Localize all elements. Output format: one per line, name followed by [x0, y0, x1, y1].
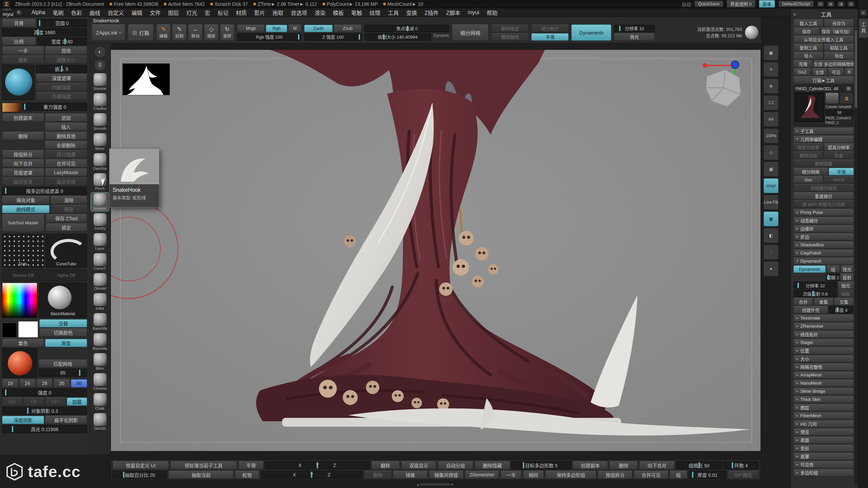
active-material-sphere[interactable] — [2, 348, 37, 378]
solo-icon[interactable]: ● — [764, 261, 778, 276]
section-HD 几何[interactable]: HD 几何 — [793, 420, 854, 427]
quick-pick-stroke-icon[interactable]: S — [94, 59, 106, 71]
bottom-scroll-widget[interactable]: ▴ ▾ — [417, 483, 453, 486]
brush-item[interactable]: Chrome — [91, 372, 109, 391]
scale-button[interactable]: ◇缩放 — [204, 24, 218, 41]
btn-克隆[interactable]: 克隆 — [793, 60, 813, 67]
section-ZRemesher[interactable]: ZRemesher — [793, 322, 854, 330]
btn-导出[interactable]: 导出 — [824, 52, 854, 59]
gravity-gradient-thumbnail[interactable] — [2, 103, 21, 112]
btn-拆分隐藏[interactable]: 拆分隐藏 — [45, 150, 87, 158]
curvetube-brush-thumbnail[interactable]: CurveTube — [45, 234, 87, 268]
brush-item[interactable]: TrimDy — [91, 212, 109, 231]
brush-item[interactable]: Inflat — [91, 292, 109, 311]
btn-插入[interactable]: 插入 — [45, 123, 87, 131]
slider-目标多边形数 5[interactable]: 目标多边形数 5 — [511, 461, 571, 469]
btn-24[interactable]: 24 — [19, 379, 36, 387]
menu-item[interactable]: myui — [464, 8, 483, 17]
btn-删除隐藏[interactable]: 删除隐藏 — [475, 461, 510, 469]
btn-扁平化阴影[interactable]: 扁平化阴影 — [45, 416, 87, 424]
brush-item[interactable]: Move — [91, 133, 109, 151]
btn-载入工具[interactable]: 载入工具 — [793, 19, 823, 27]
slider-分辨率 32[interactable]: 分辨率 32 — [793, 282, 837, 289]
zoom-icon[interactable]: ⊕ — [764, 79, 778, 94]
section-表面[interactable]: 表面 — [793, 436, 854, 444]
brush-item[interactable]: CurveT — [91, 252, 109, 271]
rgb-button[interactable]: Rgb — [266, 25, 287, 32]
btn-双面显示[interactable]: 双面显示 — [401, 461, 437, 469]
color-picker-gradient[interactable] — [2, 283, 37, 318]
btn-可见[interactable]: 可见 — [828, 68, 844, 76]
tool-thumb-cylinder[interactable] — [825, 93, 839, 104]
brush-snakehook[interactable]: SnakeH — [91, 192, 109, 211]
refresh-ui-icon[interactable]: ↻ — [16, 10, 22, 15]
section-图层[interactable]: 图层 — [793, 404, 854, 411]
btn-向下合并[interactable]: 向下合并 — [2, 159, 44, 167]
menu-item[interactable]: 模板 — [329, 8, 348, 17]
btn-差集[interactable]: 差集 — [814, 298, 833, 305]
btn-预处理当前子工具[interactable]: 预处理当前子工具 — [170, 461, 237, 469]
default-zscript-button[interactable]: DefaultZScript — [778, 1, 814, 7]
btn-删除[interactable]: 删除 — [364, 471, 392, 479]
section-Tessimate[interactable]: Tessimate — [793, 314, 854, 322]
brush-item[interactable]: BasicMa — [91, 332, 109, 351]
btn-渐变[interactable]: 渐变 — [45, 339, 87, 347]
btn-18[interactable]: 18 — [2, 379, 18, 387]
btn-深度阴影[interactable]: 深度阴影 — [2, 416, 44, 424]
menu-item[interactable]: 变换 — [402, 8, 421, 17]
ghost-icon[interactable]: ◌ — [764, 245, 778, 260]
section-边缘环[interactable]: 边缘环 — [793, 225, 854, 232]
edit-button[interactable]: ✎编辑 — [156, 24, 171, 41]
btn-生成 多边形网格物体[interactable]: 生成 多边形网格物体 — [813, 60, 854, 67]
section-大小[interactable]: 大小 — [793, 355, 854, 362]
btn-加载[interactable]: 加载 — [67, 398, 87, 406]
line-fill-icon[interactable]: Line Fill — [764, 195, 778, 210]
btn-交替[interactable]: 交替 — [39, 319, 87, 327]
btn-删除[interactable]: 删除 — [2, 132, 44, 140]
btn-保持多边形组[interactable]: 保持多边形组 — [545, 471, 597, 479]
menu-item[interactable]: 材质 — [232, 8, 251, 17]
btn-+1-[interactable]: +1- — [24, 398, 44, 406]
btn-35[interactable]: 35 — [54, 379, 70, 387]
btn-翻转[interactable]: 翻转 — [371, 461, 400, 469]
subtool-master-button[interactable]: SubTool Master — [2, 214, 44, 232]
btn-创建外壳[interactable]: 创建外壳 — [793, 306, 828, 313]
btn-50[interactable]: 50 — [71, 379, 87, 387]
btn-保存（编号加）[interactable]: 保存（编号加） — [820, 27, 854, 35]
btn-创建副本[interactable]: 创建副本 — [2, 114, 44, 122]
btn-另存为[interactable]: 另存为 — [824, 19, 854, 27]
btn-外部深度[interactable]: 外部深度 — [36, 92, 87, 100]
btn-投射[interactable]: 投射 — [840, 273, 854, 281]
zsub-button[interactable]: Zsub — [334, 25, 362, 32]
zadd-button[interactable]: Zadd — [304, 25, 333, 32]
tool-thumb-simplebrush[interactable]: S — [840, 93, 853, 104]
z-intensity-slider[interactable]: Z 强度 100 — [304, 33, 362, 41]
btn-填充对象[interactable]: 填充对象 — [2, 196, 50, 204]
tool-value-slider[interactable]: 58 — [825, 110, 853, 115]
section-位置[interactable]: 位置 — [793, 347, 854, 354]
rgb-intensity-slider[interactable]: Rgb 强度 100 — [237, 33, 301, 41]
btn-平滑[interactable]: 平滑 — [829, 168, 854, 175]
draw-size-slider[interactable]: 绘制大小 140.40994 — [364, 33, 431, 41]
texture-off-selector[interactable]: Texture Off — [2, 269, 44, 281]
menu-item[interactable]: 笔刷 — [49, 8, 67, 17]
section-折边[interactable]: 折边 — [793, 233, 854, 240]
btn-复制工具[interactable]: 复制工具 — [793, 44, 823, 51]
btn-合并可见[interactable]: 合并可见 — [634, 471, 668, 479]
slider-组细光 50[interactable]: 组细光 50 — [676, 461, 722, 469]
primary-color-swatch[interactable] — [18, 321, 38, 338]
btn-恢复自定义 UI[interactable]: 恢复自定义 UI — [113, 461, 169, 469]
btn-删除隐藏[interactable]: 删除隐藏 — [793, 160, 854, 167]
slider-高光 0.11906[interactable]: 高光 0.11906 — [2, 425, 87, 433]
scroll-track[interactable] — [420, 483, 450, 486]
menu-item[interactable]: Z插件 — [421, 8, 442, 17]
menu-item[interactable]: 工具 — [384, 8, 402, 17]
btn-创建副本[interactable]: 创建副本 — [573, 461, 608, 469]
btn-保存 ZTool[interactable]: 保存 ZTool — [46, 214, 87, 222]
btn-匹配网格[interactable]: 匹配网格 — [39, 360, 87, 368]
menu-item[interactable]: 图层 — [164, 8, 183, 17]
polyframe-icon[interactable]: ▩ — [764, 211, 778, 226]
btn-组[interactable]: 组 — [670, 471, 687, 479]
btn-自动分组[interactable]: 自动分组 — [438, 461, 473, 469]
section-几何体编辑[interactable]: 几何体编辑 — [793, 135, 854, 143]
